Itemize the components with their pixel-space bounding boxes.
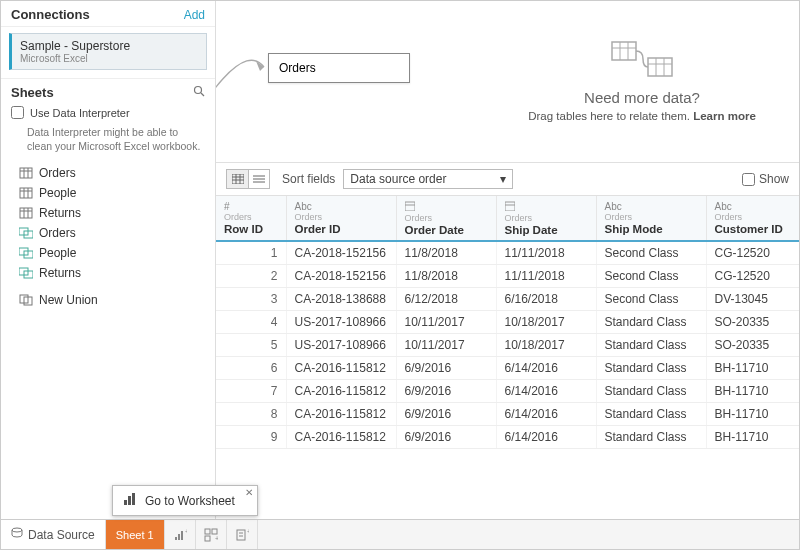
close-icon[interactable]: ✕ (245, 487, 253, 498)
cell-order-date: 6/12/2018 (396, 288, 496, 311)
table-row[interactable]: 4US-2017-10896610/11/201710/18/2017Stand… (216, 311, 799, 334)
cell-order-id: CA-2016-115812 (286, 403, 396, 426)
cell-order-date: 6/9/2016 (396, 380, 496, 403)
new-worksheet-button[interactable]: + (165, 520, 196, 549)
datatype-icon: # (224, 201, 278, 212)
table-row[interactable]: 7CA-2016-1158126/9/20166/14/2016Standard… (216, 380, 799, 403)
cell-order-id: US-2017-108966 (286, 311, 396, 334)
cell-ship-mode: Standard Class (596, 311, 706, 334)
interpreter-checkbox-input[interactable] (11, 106, 24, 119)
datatype-icon: Abc (295, 201, 388, 212)
table-row[interactable]: 8CA-2016-1158126/9/20166/14/2016Standard… (216, 403, 799, 426)
column-name: Row ID (224, 223, 278, 235)
svg-rect-2 (20, 168, 32, 178)
sheet-item-label: Orders (39, 166, 76, 180)
table-row[interactable]: 5US-2017-10896610/11/201710/18/2017Stand… (216, 334, 799, 357)
cell-ship-mode: Second Class (596, 241, 706, 265)
cell-ship-date: 11/11/2018 (496, 241, 596, 265)
relationship-canvas[interactable]: Orders Need more data? Drag tables here … (216, 1, 799, 163)
column-header-order-date[interactable]: OrdersOrder Date (396, 196, 496, 241)
cell-order-id: US-2017-108966 (286, 334, 396, 357)
sheet-item-orders-0[interactable]: Orders (1, 163, 215, 183)
column-name: Ship Date (505, 224, 588, 236)
cell-row-id: 6 (216, 357, 286, 380)
table-pill-orders[interactable]: Orders (268, 53, 410, 83)
learn-more-link[interactable]: Learn more (693, 110, 756, 122)
connections-title: Connections (11, 7, 90, 22)
list-view-button[interactable] (248, 169, 270, 189)
column-header-order-id[interactable]: AbcOrdersOrder ID (286, 196, 396, 241)
new-story-button[interactable]: + (227, 520, 258, 549)
grid-toolbar: Sort fields Data source order ▾ Show (216, 163, 799, 196)
sheet-item-returns-5[interactable]: Returns (1, 263, 215, 283)
need-more-title: Need more data? (507, 89, 777, 106)
svg-rect-6 (20, 188, 32, 198)
svg-rect-56 (124, 500, 127, 505)
view-toggle (226, 169, 270, 189)
tab-data-source[interactable]: Data Source (1, 520, 106, 549)
cell-ship-mode: Standard Class (596, 426, 706, 449)
new-union-button[interactable]: New Union (1, 285, 215, 310)
sheet-item-returns-2[interactable]: Returns (1, 203, 215, 223)
connection-name: Sample - Superstore (20, 39, 198, 53)
cell-order-date: 10/11/2017 (396, 334, 496, 357)
show-aliases-checkbox[interactable]: Show (742, 172, 789, 186)
tab-sheet1-label: Sheet 1 (116, 529, 154, 541)
cell-row-id: 9 (216, 426, 286, 449)
table-row[interactable]: 9CA-2016-1158126/9/20166/14/2016Standard… (216, 426, 799, 449)
column-name: Customer ID (715, 223, 795, 235)
cell-order-id: CA-2018-152156 (286, 265, 396, 288)
show-checkbox-input[interactable] (742, 173, 755, 186)
column-header-ship-date[interactable]: OrdersShip Date (496, 196, 596, 241)
search-icon[interactable] (193, 85, 205, 100)
svg-rect-44 (175, 537, 177, 540)
interpreter-label: Use Data Interpreter (30, 107, 130, 119)
table-row[interactable]: 3CA-2018-1386886/12/20186/16/2018Second … (216, 288, 799, 311)
table-row[interactable]: 2CA-2018-15215611/8/201811/11/2018Second… (216, 265, 799, 288)
new-dashboard-button[interactable]: + (196, 520, 227, 549)
data-grid[interactable]: #OrdersRow IDAbcOrdersOrder IDOrdersOrde… (216, 196, 799, 519)
column-source: Orders (505, 213, 588, 223)
cell-row-id: 1 (216, 241, 286, 265)
sort-fields-label: Sort fields (282, 172, 335, 186)
cell-ship-date: 6/16/2018 (496, 288, 596, 311)
sheet-item-people-1[interactable]: People (1, 183, 215, 203)
svg-point-43 (12, 528, 22, 532)
svg-text:+: + (247, 528, 249, 535)
svg-rect-57 (128, 496, 131, 505)
cell-order-date: 11/8/2018 (396, 265, 496, 288)
sort-fields-dropdown[interactable]: Data source order ▾ (343, 169, 513, 189)
svg-rect-49 (212, 529, 217, 534)
sheet-item-orders-3[interactable]: Orders (1, 223, 215, 243)
grid-view-button[interactable] (226, 169, 248, 189)
column-name: Ship Mode (605, 223, 698, 235)
sheets-title: Sheets (11, 85, 54, 100)
column-header-row-id[interactable]: #OrdersRow ID (216, 196, 286, 241)
relate-tables-icon (609, 39, 675, 83)
add-connection-button[interactable]: Add (184, 8, 205, 22)
cell-row-id: 7 (216, 380, 286, 403)
column-name: Order ID (295, 223, 388, 235)
cell-ship-mode: Standard Class (596, 357, 706, 380)
new-union-label: New Union (39, 293, 98, 307)
svg-rect-45 (178, 534, 180, 540)
use-data-interpreter-checkbox[interactable]: Use Data Interpreter (11, 106, 205, 119)
svg-rect-52 (237, 530, 245, 540)
cell-order-id: CA-2018-138688 (286, 288, 396, 311)
sheet-item-people-4[interactable]: People (1, 243, 215, 263)
canvas-area: Orders Need more data? Drag tables here … (216, 1, 799, 519)
cell-order-id: CA-2016-115812 (286, 380, 396, 403)
column-header-customer-id[interactable]: AbcOrdersCustomer ID (706, 196, 799, 241)
svg-point-0 (195, 87, 202, 94)
svg-text:+: + (185, 528, 187, 535)
tab-sheet1[interactable]: Sheet 1 (106, 520, 165, 549)
connection-item[interactable]: Sample - Superstore Microsoft Excel (9, 33, 207, 70)
column-source: Orders (605, 212, 698, 222)
column-header-ship-mode[interactable]: AbcOrdersShip Mode (596, 196, 706, 241)
table-row[interactable]: 1CA-2018-15215611/8/201811/11/2018Second… (216, 241, 799, 265)
table-row[interactable]: 6CA-2016-1158126/9/20166/14/2016Standard… (216, 357, 799, 380)
svg-rect-41 (505, 202, 515, 211)
cell-row-id: 4 (216, 311, 286, 334)
sheet-item-label: Returns (39, 266, 81, 280)
cell-customer-id: BH-11710 (706, 426, 799, 449)
